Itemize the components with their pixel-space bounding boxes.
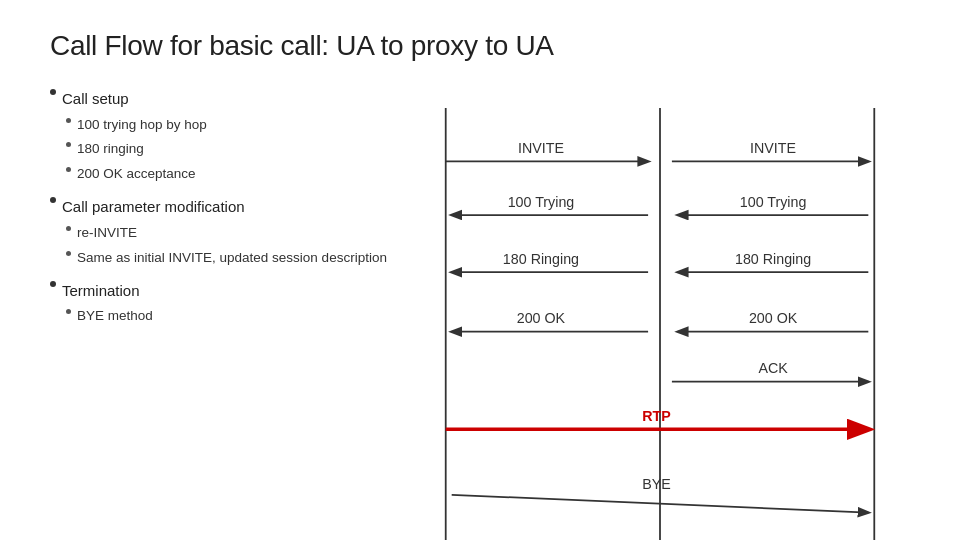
main-list: Call setup100 trying hop by hop180 ringi… [50,86,390,328]
sub-bullet: 200 OK acceptance [66,163,390,186]
sub-bullet-label: re-INVITE [77,222,137,245]
sub-bullet-label: 100 trying hop by hop [77,114,207,137]
sub-bullet-dot [66,251,71,256]
svg-text:200 OK: 200 OK [749,310,798,326]
sub-bullet-dot [66,118,71,123]
sub-list: 100 trying hop by hop180 ringing200 OK a… [66,114,390,187]
main-bullet: Call parameter modification [50,194,390,220]
svg-text:200 OK: 200 OK [517,310,566,326]
svg-text:180 Ringing: 180 Ringing [735,251,811,267]
sub-bullet: 180 ringing [66,138,390,161]
svg-text:BYE: BYE [642,476,671,492]
sub-bullet: 100 trying hop by hop [66,114,390,137]
bullet-dot [50,197,56,203]
sub-bullet: Same as initial INVITE, updated session … [66,247,390,270]
svg-text:180 Ringing: 180 Ringing [503,251,579,267]
sub-bullet-dot [66,309,71,314]
svg-text:ACK: ACK [758,360,788,376]
svg-text:100 Trying: 100 Trying [508,194,575,210]
sub-bullet-dot [66,142,71,147]
sub-bullet: BYE method [66,305,390,328]
bullet-dot [50,89,56,95]
flow-diagram: INVITE INVITE 100 Trying 100 Trying 180 … [410,96,910,540]
slide: Call Flow for basic call: UA to proxy to… [0,0,960,540]
left-panel: Call setup100 trying hop by hop180 ringi… [50,86,390,540]
svg-text:INVITE: INVITE [518,140,564,156]
main-bullet-label: Termination [62,278,140,304]
svg-text:INVITE: INVITE [750,140,796,156]
diagram: INVITE INVITE 100 Trying 100 Trying 180 … [410,86,910,540]
svg-text:100 Trying: 100 Trying [740,194,807,210]
main-bullet-label: Call setup [62,86,129,112]
sub-bullet-label: 180 ringing [77,138,144,161]
main-bullet: Termination [50,278,390,304]
sub-list: BYE method [66,305,390,328]
slide-title: Call Flow for basic call: UA to proxy to… [50,30,910,62]
svg-text:RTP: RTP [642,408,671,424]
sub-bullet-label: BYE method [77,305,153,328]
sub-list: re-INVITESame as initial INVITE, updated… [66,222,390,270]
main-bullet: Call setup [50,86,390,112]
main-bullet-label: Call parameter modification [62,194,245,220]
bullet-dot [50,281,56,287]
sub-bullet-label: 200 OK acceptance [77,163,196,186]
sub-bullet: re-INVITE [66,222,390,245]
sub-bullet-dot [66,167,71,172]
sub-bullet-label: Same as initial INVITE, updated session … [77,247,387,270]
content-area: Call setup100 trying hop by hop180 ringi… [50,86,910,540]
sub-bullet-dot [66,226,71,231]
